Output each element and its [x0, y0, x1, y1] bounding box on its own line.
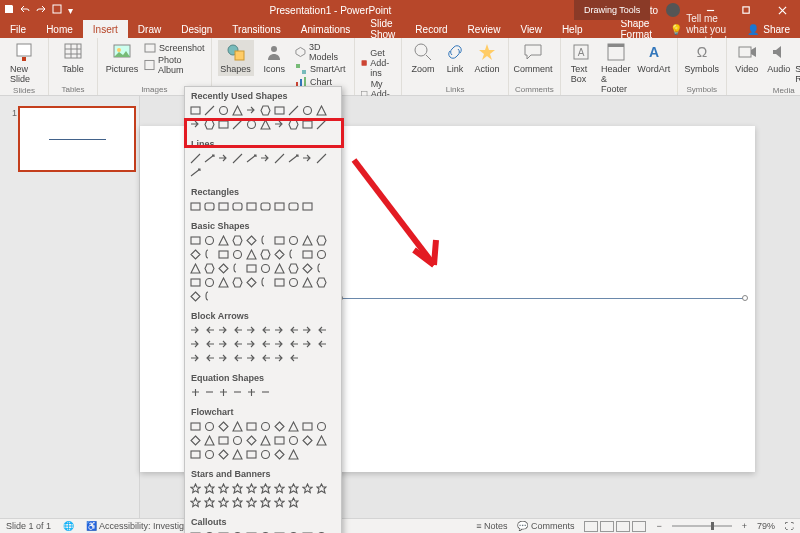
shape-item[interactable] — [217, 276, 230, 289]
shape-item[interactable] — [189, 496, 202, 509]
comments-button[interactable]: 💬 Comments — [517, 521, 574, 531]
autosave-icon[interactable] — [4, 4, 14, 16]
shape-item[interactable] — [189, 352, 202, 365]
shape-item[interactable] — [287, 200, 300, 213]
shape-item[interactable] — [189, 482, 202, 495]
shape-item[interactable] — [287, 352, 300, 365]
tab-draw[interactable]: Draw — [128, 20, 171, 38]
close-button[interactable] — [768, 1, 796, 19]
shape-item[interactable] — [287, 118, 300, 131]
notes-button[interactable]: ≡ Notes — [476, 521, 507, 531]
shape-item[interactable] — [231, 434, 244, 447]
shape-item[interactable] — [245, 448, 258, 461]
shape-item[interactable] — [301, 434, 314, 447]
shape-item[interactable] — [259, 104, 272, 117]
shape-item[interactable] — [217, 200, 230, 213]
shape-item[interactable] — [245, 276, 258, 289]
shape-item[interactable] — [245, 434, 258, 447]
shape-item[interactable] — [217, 448, 230, 461]
shape-item[interactable] — [217, 352, 230, 365]
shape-item[interactable] — [245, 234, 258, 247]
shape-item[interactable] — [287, 482, 300, 495]
shape-item[interactable] — [217, 118, 230, 131]
shape-item[interactable] — [273, 104, 286, 117]
tell-me-search[interactable]: 💡 Tell me what you want to do — [670, 20, 737, 38]
shape-item[interactable] — [203, 496, 216, 509]
shape-item[interactable] — [217, 152, 230, 165]
screenshot-button[interactable]: Screenshot — [144, 42, 205, 54]
shape-item[interactable] — [189, 200, 202, 213]
shape-item[interactable] — [245, 118, 258, 131]
shape-item[interactable] — [231, 324, 244, 337]
zoom-level[interactable]: 79% — [757, 521, 775, 531]
shape-item[interactable] — [301, 276, 314, 289]
shape-item[interactable] — [203, 118, 216, 131]
fit-button[interactable]: ⛶ — [785, 521, 794, 531]
shape-item[interactable] — [217, 324, 230, 337]
shape-item[interactable] — [315, 482, 328, 495]
shape-item[interactable] — [189, 104, 202, 117]
zoom-slider[interactable] — [672, 525, 732, 527]
shape-item[interactable] — [301, 234, 314, 247]
shape-item[interactable] — [315, 118, 328, 131]
shape-item[interactable] — [287, 448, 300, 461]
shape-item[interactable] — [273, 420, 286, 433]
shape-item[interactable] — [301, 152, 314, 165]
shape-item[interactable] — [203, 290, 216, 303]
shape-item[interactable] — [203, 386, 216, 399]
symbols-button[interactable]: ΩSymbols — [684, 40, 720, 76]
shape-item[interactable] — [217, 104, 230, 117]
shape-item[interactable] — [189, 248, 202, 261]
shape-item[interactable] — [259, 324, 272, 337]
shape-item[interactable] — [203, 200, 216, 213]
shape-item[interactable] — [217, 434, 230, 447]
shape-item[interactable] — [273, 352, 286, 365]
avatar[interactable] — [666, 3, 680, 17]
shape-item[interactable] — [273, 248, 286, 261]
shape-item[interactable] — [245, 248, 258, 261]
shape-item[interactable] — [189, 448, 202, 461]
shape-item[interactable] — [245, 420, 258, 433]
shape-item[interactable] — [259, 200, 272, 213]
shape-item[interactable] — [315, 262, 328, 275]
shape-item[interactable] — [231, 234, 244, 247]
icons-button[interactable]: Icons — [258, 40, 292, 76]
shape-item[interactable] — [203, 248, 216, 261]
tab-view[interactable]: View — [510, 20, 552, 38]
accessibility-indicator[interactable]: ♿ Accessibility: Investigate — [86, 521, 197, 531]
shape-item[interactable] — [315, 420, 328, 433]
shape-item[interactable] — [231, 200, 244, 213]
zoom-in-button[interactable]: + — [742, 521, 747, 531]
textbox-button[interactable]: AText Box — [567, 40, 595, 86]
shape-item[interactable] — [189, 434, 202, 447]
shape-item[interactable] — [315, 248, 328, 261]
shape-item[interactable] — [189, 118, 202, 131]
drawn-line-shape[interactable] — [340, 298, 745, 299]
photo-album-button[interactable]: Photo Album — [144, 55, 205, 75]
shape-item[interactable] — [231, 248, 244, 261]
view-buttons[interactable] — [584, 521, 646, 532]
shape-item[interactable] — [245, 482, 258, 495]
shape-item[interactable] — [273, 262, 286, 275]
pictures-button[interactable]: Pictures — [104, 40, 140, 76]
shape-item[interactable] — [287, 338, 300, 351]
header-footer-button[interactable]: Header & Footer — [599, 40, 633, 96]
shape-item[interactable] — [273, 448, 286, 461]
3d-models-button[interactable]: 3D Models — [295, 42, 348, 62]
tab-record[interactable]: Record — [405, 20, 457, 38]
shape-item[interactable] — [231, 152, 244, 165]
shape-item[interactable] — [273, 276, 286, 289]
shape-item[interactable] — [315, 324, 328, 337]
shape-item[interactable] — [259, 248, 272, 261]
shape-item[interactable] — [189, 262, 202, 275]
shape-item[interactable] — [301, 482, 314, 495]
share-button[interactable]: 👤 Share — [737, 20, 800, 38]
shape-item[interactable] — [203, 152, 216, 165]
wordart-button[interactable]: AWordArt — [637, 40, 671, 76]
shape-item[interactable] — [273, 496, 286, 509]
shape-item[interactable] — [189, 386, 202, 399]
shape-item[interactable] — [245, 496, 258, 509]
shape-item[interactable] — [287, 420, 300, 433]
shape-item[interactable] — [315, 152, 328, 165]
shape-item[interactable] — [217, 386, 230, 399]
